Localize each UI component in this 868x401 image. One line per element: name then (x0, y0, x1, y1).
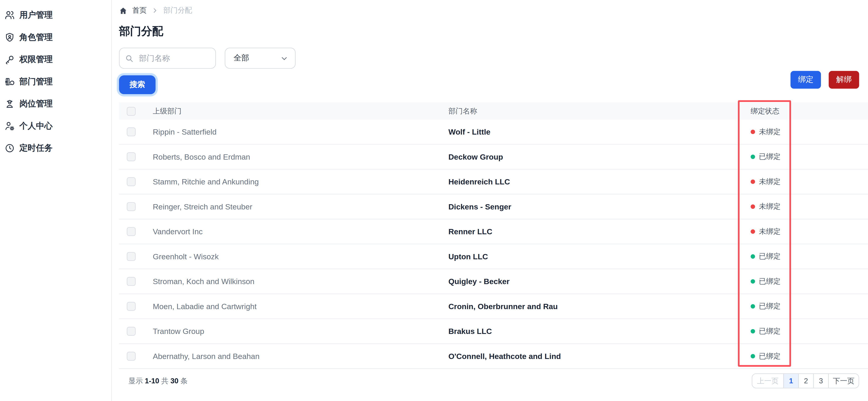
row-checkbox[interactable] (127, 302, 136, 311)
department-icon (4, 76, 15, 87)
table-row[interactable]: Stroman, Koch and Wilkinson Quigley - Be… (119, 269, 868, 294)
header-department-name: 部门名称 (448, 106, 748, 116)
status-label: 已绑定 (759, 152, 780, 162)
sidebar-item-position-management[interactable]: 岗位管理 (0, 92, 111, 115)
status-dot-icon (751, 179, 755, 184)
status-dot-icon (751, 130, 755, 134)
page-3-button[interactable]: 3 (813, 374, 828, 388)
status-cell: 已绑定 (748, 301, 868, 311)
row-checkbox[interactable] (127, 152, 136, 161)
sidebar-item-label: 角色管理 (19, 32, 53, 42)
department-table: 上级部门 部门名称 绑定状态 Rippin - Satterfield Wolf… (119, 103, 868, 369)
sidebar-item-user-management[interactable]: 用户管理 (0, 4, 111, 26)
sidebar-item-label: 部门管理 (19, 76, 53, 87)
chevron-right-icon (152, 8, 158, 13)
sidebar-item-department-management[interactable]: 部门管理 (0, 70, 111, 92)
table-row[interactable]: Greenholt - Wisozk Upton LLC 已绑定 (119, 245, 868, 269)
unbind-button[interactable]: 解绑 (829, 71, 859, 89)
sidebar-item-label: 权限管理 (19, 54, 53, 64)
parent-dept-cell: Abernathy, Larson and Beahan (153, 352, 448, 361)
status-cell: 未绑定 (748, 127, 868, 137)
sidebar: 用户管理 角色管理 权限管理 部门管理 岗位管理 个人中心 定时任务 (0, 0, 112, 401)
status-dot-icon (751, 154, 755, 159)
row-checkbox[interactable] (127, 277, 136, 286)
dept-name-cell: Dickens - Senger (448, 202, 748, 211)
dept-name-cell: Heidenreich LLC (448, 177, 748, 186)
status-dot-icon (751, 254, 755, 259)
row-checkbox[interactable] (127, 202, 136, 211)
dept-name-cell: Brakus LLC (448, 327, 748, 336)
summary-unit: 条 (180, 377, 187, 385)
table-row[interactable]: Moen, Labadie and Cartwright Cronin, Obe… (119, 294, 868, 319)
row-checkbox[interactable] (127, 252, 136, 261)
row-checkbox[interactable] (127, 127, 136, 137)
bind-button[interactable]: 绑定 (790, 71, 821, 89)
status-cell: 已绑定 (748, 277, 868, 286)
pagination-summary: 显示 1-10 共 30 条 (128, 376, 188, 386)
status-label: 已绑定 (759, 252, 780, 261)
sidebar-item-personal-center[interactable]: 个人中心 (0, 115, 111, 137)
row-checkbox[interactable] (127, 352, 136, 361)
dept-name-cell: Wolf - Little (448, 127, 748, 137)
status-label: 未绑定 (759, 127, 780, 137)
search-input[interactable] (138, 53, 210, 63)
summary-total: 30 (170, 377, 179, 385)
search-icon (125, 54, 133, 62)
table-row[interactable]: Reinger, Streich and Steuber Dickens - S… (119, 195, 868, 220)
dept-name-cell: Renner LLC (448, 227, 748, 236)
prev-page-button[interactable]: 上一页 (752, 374, 783, 388)
sidebar-item-role-management[interactable]: 角色管理 (0, 26, 111, 48)
parent-dept-cell: Reinger, Streich and Steuber (153, 202, 448, 211)
main-content: 首页 部门分配 部门分配 全部 搜索 绑定 解绑 上级部门 部门名称 (112, 0, 868, 401)
breadcrumb-home-link[interactable]: 首页 (132, 5, 147, 16)
parent-dept-cell: Roberts, Bosco and Erdman (153, 152, 448, 161)
breadcrumb: 首页 部门分配 (119, 5, 192, 16)
dept-name-cell: Quigley - Becker (448, 277, 748, 286)
search-button[interactable]: 搜索 (119, 75, 156, 94)
page-title: 部门分配 (119, 24, 163, 39)
sidebar-item-label: 用户管理 (19, 10, 53, 20)
parent-dept-cell: Stamm, Ritchie and Ankunding (153, 177, 448, 186)
table-row[interactable]: Roberts, Bosco and Erdman Deckow Group 已… (119, 145, 868, 170)
user-gear-icon (4, 121, 15, 131)
status-cell: 已绑定 (748, 152, 868, 162)
table-row[interactable]: Vandervort Inc Renner LLC 未绑定 (119, 219, 868, 245)
status-cell: 未绑定 (748, 202, 868, 211)
status-cell: 已绑定 (748, 351, 868, 361)
parent-dept-cell: Greenholt - Wisozk (153, 252, 448, 261)
parent-dept-cell: Trantow Group (153, 327, 448, 336)
table-row[interactable]: Rippin - Satterfield Wolf - Little 未绑定 (119, 120, 868, 145)
table-row[interactable]: Stamm, Ritchie and Ankunding Heidenreich… (119, 170, 868, 195)
table-row[interactable]: Trantow Group Brakus LLC 已绑定 (119, 319, 868, 344)
dept-name-cell: Deckow Group (448, 152, 748, 161)
parent-dept-cell: Stroman, Koch and Wilkinson (153, 277, 448, 286)
home-icon[interactable] (119, 6, 127, 15)
pagination: 上一页 1 2 3 下一页 (752, 373, 859, 389)
select-all-checkbox[interactable] (127, 107, 136, 116)
page-2-button[interactable]: 2 (798, 374, 813, 388)
department-name-search-field[interactable] (119, 48, 216, 69)
dept-name-cell: Cronin, Oberbrunner and Rau (448, 302, 748, 311)
row-checkbox[interactable] (127, 177, 136, 186)
department-assignment-page: 用户管理 角色管理 权限管理 部门管理 岗位管理 个人中心 定时任务 (0, 0, 868, 401)
row-checkbox[interactable] (127, 327, 136, 336)
table-row[interactable]: Abernathy, Larson and Beahan O'Connell, … (119, 344, 868, 369)
page-1-button[interactable]: 1 (783, 374, 798, 388)
status-cell: 未绑定 (748, 177, 868, 187)
next-page-button[interactable]: 下一页 (828, 374, 859, 388)
status-label: 已绑定 (759, 301, 780, 311)
chevron-down-icon (281, 55, 288, 62)
status-filter-value: 全部 (234, 53, 249, 63)
status-dot-icon (751, 279, 755, 284)
key-icon (4, 54, 15, 64)
sidebar-item-permission-management[interactable]: 权限管理 (0, 48, 111, 70)
status-dot-icon (751, 229, 755, 234)
sidebar-item-scheduled-tasks[interactable]: 定时任务 (0, 137, 111, 159)
row-checkbox[interactable] (127, 227, 136, 236)
header-parent-department: 上级部门 (153, 106, 448, 116)
summary-show-label: 显示 (128, 377, 143, 385)
status-dot-icon (751, 204, 755, 209)
status-filter-select[interactable]: 全部 (225, 48, 296, 69)
sidebar-item-label: 岗位管理 (19, 98, 53, 109)
breadcrumb-current: 部门分配 (163, 5, 192, 16)
